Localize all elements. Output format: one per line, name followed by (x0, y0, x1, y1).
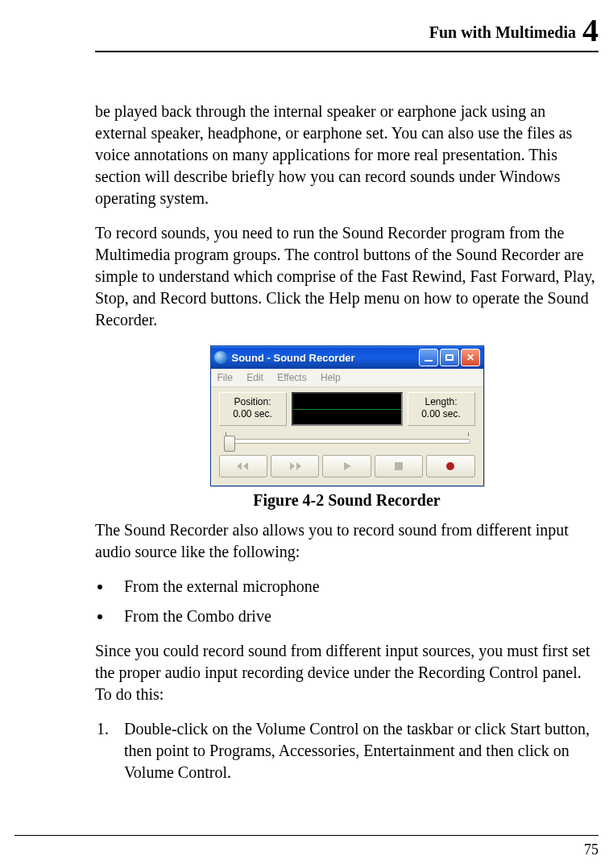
paragraph-1: be played back through the internal spea… (95, 101, 599, 209)
stop-button[interactable] (375, 455, 423, 477)
position-value: 0.00 sec. (225, 408, 281, 420)
figure-caption: Figure 4-2 Sound Recorder (95, 491, 599, 510)
page-header: Fun with Multimedia 4 (95, 11, 599, 52)
page-number: 75 (584, 841, 599, 858)
maximize-button[interactable] (440, 349, 459, 366)
footer-rule (14, 835, 599, 836)
menu-help[interactable]: Help (321, 372, 341, 383)
list-item: From the external microphone (113, 576, 599, 597)
length-panel: Length: 0.00 sec. (408, 392, 475, 426)
window-title: Sound - Sound Recorder (232, 352, 419, 364)
window-titlebar: Sound - Sound Recorder (211, 346, 483, 369)
minimize-button[interactable] (419, 349, 438, 366)
list-item: Double-click on the Volume Control on th… (113, 718, 599, 783)
paragraph-4: Since you could record sound from differ… (95, 640, 599, 705)
app-icon (214, 351, 227, 364)
svg-point-1 (446, 462, 454, 470)
list-item: From the Combo drive (113, 606, 599, 627)
seek-slider[interactable] (221, 432, 474, 450)
position-label: Position: (225, 396, 281, 408)
menu-edit[interactable]: Edit (246, 372, 263, 383)
paragraph-2: To record sounds, you need to run the So… (95, 222, 599, 331)
menu-file[interactable]: File (217, 372, 233, 383)
paragraph-3: The Sound Recorder also allows you to re… (95, 519, 599, 563)
record-button[interactable] (426, 455, 474, 477)
bullet-list: From the external microphone From the Co… (95, 576, 599, 627)
length-label: Length: (413, 396, 470, 408)
length-value: 0.00 sec. (413, 408, 470, 420)
waveform-display (292, 392, 403, 426)
header-chapter-number: 4 (582, 12, 599, 48)
close-button[interactable] (461, 349, 480, 366)
svg-rect-0 (395, 462, 403, 470)
rewind-button[interactable] (219, 455, 267, 477)
header-title: Fun with Multimedia (429, 23, 576, 41)
position-panel: Position: 0.00 sec. (219, 392, 287, 426)
sound-recorder-window: Sound - Sound Recorder File Edit Effects… (210, 345, 484, 486)
menu-bar: File Edit Effects Help (211, 369, 483, 387)
numbered-steps: Double-click on the Volume Control on th… (95, 718, 599, 783)
seek-thumb[interactable] (224, 436, 235, 452)
play-button[interactable] (322, 455, 371, 477)
menu-effects[interactable]: Effects (277, 372, 306, 383)
figure-sound-recorder: Sound - Sound Recorder File Edit Effects… (95, 345, 599, 486)
fast-forward-button[interactable] (271, 455, 319, 477)
